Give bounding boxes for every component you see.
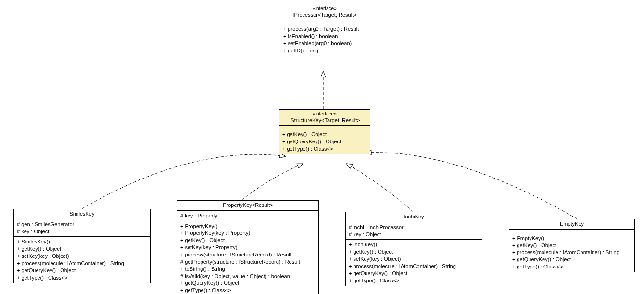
method: + setEnabled(arg0 : boolean) bbox=[283, 40, 366, 47]
method: + getType() : Class<> bbox=[282, 145, 367, 153]
method: + getQueryKey() : Object bbox=[180, 280, 316, 287]
method: + process(molecule : IAtomContainer) : S… bbox=[17, 260, 147, 267]
class-smileskey: SmilesKey # gen : SmilesGenerator # key … bbox=[13, 209, 151, 283]
method: + isEnabled() : boolean bbox=[283, 33, 366, 40]
method: + getQueryKey() : Object bbox=[349, 270, 479, 277]
class-name: PropertyKey<Result> bbox=[180, 202, 316, 209]
field: # inchi : InchiProcessor bbox=[349, 224, 479, 231]
method: + getKey() : Object bbox=[180, 237, 316, 244]
class-name: EmptyKey bbox=[512, 221, 631, 228]
method: + process(arg0 : Target) : Result bbox=[283, 26, 366, 33]
fields-section bbox=[279, 126, 370, 129]
class-emptykey: EmptyKey + EmptyKey() + getKey() : Objec… bbox=[509, 219, 635, 272]
method: + getType() : Class<> bbox=[17, 274, 147, 281]
method: + getType() : Class<> bbox=[349, 277, 479, 284]
method: + PropertyKey() bbox=[180, 223, 316, 230]
class-title: InchiKey bbox=[346, 212, 482, 222]
method: + InchiKey() bbox=[349, 241, 479, 248]
methods-section: + SmilesKey() + getKey() : Object + setK… bbox=[14, 237, 150, 282]
uml-canvas: «interface» IProcessor<Target, Result> +… bbox=[0, 0, 644, 294]
fields-section: # gen : SmilesGenerator # key : Object bbox=[14, 219, 150, 237]
method: + getQueryKey() : Object bbox=[17, 267, 147, 274]
method: + setKey(key : Object) bbox=[17, 253, 147, 260]
method: + getID() : long bbox=[283, 47, 366, 54]
methods-section: + process(arg0 : Target) : Result + isEn… bbox=[280, 24, 369, 55]
method: + getType() : Class<> bbox=[180, 287, 316, 294]
class-title: SmilesKey bbox=[14, 209, 150, 219]
method: + process(molecule : IAtomContainer) : S… bbox=[512, 249, 631, 256]
field: # key : Object bbox=[349, 231, 479, 238]
class-name: IProcessor<Target, Result> bbox=[283, 12, 366, 19]
method: # getProperty(structure : IStructureReco… bbox=[180, 258, 316, 266]
field: # gen : SmilesGenerator bbox=[17, 221, 147, 228]
fields-section bbox=[509, 230, 634, 233]
class-name: SmilesKey bbox=[17, 211, 147, 217]
class-title: «interface» IProcessor<Target, Result> bbox=[280, 4, 369, 20]
method: + getQueryKey() : Object bbox=[282, 138, 367, 145]
fields-section bbox=[280, 20, 369, 24]
fields-section: # inchi : InchiProcessor # key : Object bbox=[346, 222, 482, 240]
method: + getKey() : Object bbox=[282, 131, 367, 138]
stereotype: «interface» bbox=[283, 6, 366, 12]
class-title: EmptyKey bbox=[509, 219, 634, 230]
method: # isValid(key : Object, value : Object) … bbox=[180, 273, 316, 280]
fields-section: # key : Property bbox=[177, 211, 318, 221]
class-propertykey: PropertyKey<Result> # key : Property + P… bbox=[177, 200, 319, 294]
methods-section: + PropertyKey() + PropertyKey(key : Prop… bbox=[177, 221, 318, 294]
method: + PropertyKey(key : Property) bbox=[180, 230, 316, 237]
field: # key : Property bbox=[180, 212, 316, 219]
class-title: «interface» IStructureKey<Target, Result… bbox=[279, 110, 370, 126]
method: + toString() : String bbox=[180, 266, 316, 273]
methods-section: + EmptyKey() + getKey() : Object + proce… bbox=[509, 233, 634, 272]
class-title: PropertyKey<Result> bbox=[177, 201, 318, 211]
class-name: IStructureKey<Target, Result> bbox=[282, 117, 367, 124]
method: + SmilesKey() bbox=[17, 238, 147, 245]
method: + process(molecule : IAtomContainer) : S… bbox=[349, 263, 479, 270]
class-name: InchiKey bbox=[349, 214, 479, 220]
method: + setKey(key : Object) bbox=[349, 256, 479, 263]
method: + getKey() : Object bbox=[349, 248, 479, 256]
method: + process(structure : IStructureRecord) … bbox=[180, 251, 316, 258]
method: + getType() : Class<> bbox=[512, 263, 631, 270]
method: + getKey() : Object bbox=[17, 245, 147, 253]
methods-section: + getKey() : Object + getQueryKey() : Ob… bbox=[279, 129, 370, 154]
class-iprocessor: «interface» IProcessor<Target, Result> +… bbox=[280, 4, 369, 56]
method: + getQueryKey() : Object bbox=[512, 256, 631, 263]
method: + EmptyKey() bbox=[512, 235, 631, 242]
class-istructurekey: «interface» IStructureKey<Target, Result… bbox=[279, 109, 370, 154]
class-inchikey: InchiKey # inchi : InchiProcessor # key … bbox=[345, 212, 482, 286]
methods-section: + InchiKey() + getKey() : Object + setKe… bbox=[346, 240, 482, 285]
stereotype: «interface» bbox=[282, 111, 367, 117]
field: # key : Object bbox=[17, 228, 147, 235]
method: + setKey(key : Property) bbox=[180, 244, 316, 251]
method: + getKey() : Object bbox=[512, 242, 631, 249]
